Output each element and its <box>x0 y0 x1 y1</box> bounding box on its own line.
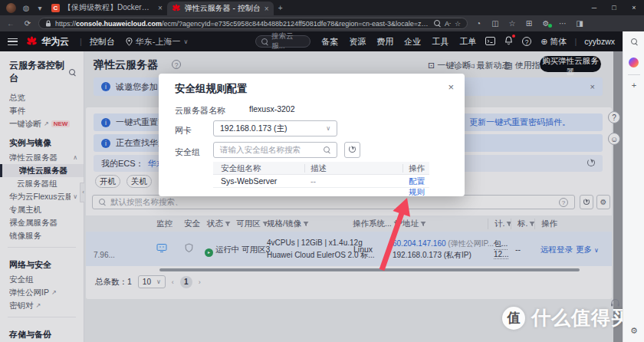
new-tab-button[interactable]: + <box>274 4 288 12</box>
column-divider <box>304 164 305 173</box>
search-in-page-icon[interactable] <box>434 20 441 27</box>
browser-profile-avatar[interactable] <box>6 3 16 13</box>
help-icon[interactable]: ? <box>522 37 531 46</box>
back-icon[interactable]: ← <box>5 19 17 28</box>
notification-badge <box>512 35 515 38</box>
menu-tools[interactable]: 工具 <box>432 36 449 48</box>
extension-badge <box>548 24 552 28</box>
language-selector[interactable]: ⊕ 简体 <box>540 36 567 48</box>
menu-enterprise[interactable]: 企业 <box>404 36 421 48</box>
tab1-favicon: C <box>51 4 60 12</box>
tab1-close-icon[interactable]: × <box>158 4 163 12</box>
more-menu-icon[interactable]: ⋯ <box>557 19 569 28</box>
watermark-text: 什么值得买 <box>531 305 631 330</box>
tab2-close-icon[interactable]: × <box>264 5 269 13</box>
browser-tab-2[interactable]: 弹性云服务器 - 控制台 × <box>167 2 274 15</box>
notifications-bell-icon[interactable] <box>504 36 513 47</box>
tab2-title: 弹性云服务器 - 控制台 <box>185 3 261 14</box>
region-label: 华东-上海一 <box>136 36 181 48</box>
close-button[interactable]: × <box>624 0 644 15</box>
sidebar-search-icon[interactable] <box>629 38 639 47</box>
search-icon <box>324 146 330 153</box>
browser-essentials-icon[interactable]: ◔ <box>472 19 485 28</box>
server-name-label: 云服务器名称 <box>175 105 225 117</box>
window-controls: ─ □ × <box>584 0 644 15</box>
tab-actions-icon[interactable]: ▾ <box>33 4 47 12</box>
username[interactable]: cyybzwx <box>584 37 615 46</box>
security-group-dialog: 安全组规则配置 × 云服务器名称 flexusx-3202 网卡 192.168… <box>159 74 465 196</box>
sg-table-row: Sys-WebServer -- 配置规则 <box>213 175 429 188</box>
sg-search-placeholder: 请输入安全组名称搜索 <box>220 145 301 156</box>
smzdm-logo: 值 <box>502 307 525 330</box>
dialog-title: 安全组规则配置 <box>175 82 248 96</box>
collections-icon[interactable]: ⊞ <box>523 19 535 28</box>
minimize-button[interactable]: ─ <box>584 0 604 15</box>
watermark-smzdm: 值 什么值得买 <box>502 305 631 330</box>
browser-toolbar: ← ⟳ https://console.huaweicloud.com/ecm/… <box>0 15 644 31</box>
workspaces-icon[interactable]: ◍ <box>19 4 33 12</box>
maximize-button[interactable]: □ <box>604 0 624 15</box>
console-header: 华为云 | 控制台 华东-上海一 ∨ 搜索云服... 备案 资源 费用 企业 工… <box>0 31 623 51</box>
nic-label: 网卡 <box>175 125 192 136</box>
extensions-icon[interactable]: ⚙ <box>540 19 552 28</box>
server-name-value: flexusx-3202 <box>249 104 295 113</box>
sidebar-toggle-icon[interactable]: ◨ <box>573 19 586 28</box>
menu-billing[interactable]: 费用 <box>376 36 393 48</box>
edge-sidebar: + ⚙ <box>623 31 644 342</box>
sg-col-name: 安全组名称 <box>221 163 261 174</box>
menu-resources[interactable]: 资源 <box>349 36 366 48</box>
language-label: 简体 <box>550 37 567 46</box>
region-selector[interactable]: 华东-上海一 ∨ <box>126 36 189 48</box>
sg-refresh-button[interactable] <box>344 142 360 158</box>
brand-name[interactable]: 华为云 <box>41 35 69 48</box>
tab1-title: 【保姆级教程】Docker安装YesPla <box>64 2 154 13</box>
header-search-input[interactable]: 搜索云服... <box>255 35 310 48</box>
column-divider <box>402 164 403 173</box>
browser-tabstrip: ◍ ▾ C 【保姆级教程】Docker安装YesPla × 弹性云服务器 - 控… <box>0 0 644 15</box>
read-aloud-icon[interactable]: Aˬ <box>445 19 451 28</box>
chevron-down-icon: ∨ <box>184 38 189 45</box>
sg-name: Sys-WebServer <box>221 176 277 186</box>
chevron-down-icon: ∨ <box>326 125 330 132</box>
header-search-placeholder: 搜索云服... <box>271 31 304 51</box>
sidebar-settings-icon[interactable]: ⚙ <box>629 326 639 336</box>
dialog-close-icon[interactable]: × <box>448 81 454 93</box>
sg-desc: -- <box>310 176 316 186</box>
favorites-icon[interactable]: ☆ <box>506 19 518 28</box>
nic-value: 192.168.0.173 (主) <box>220 123 288 134</box>
site-info-lock-icon[interactable] <box>45 20 51 27</box>
sg-col-action: 操作 <box>409 163 425 174</box>
sg-label: 安全组 <box>175 146 200 158</box>
copilot-icon[interactable] <box>629 58 639 67</box>
hamburger-menu-icon[interactable] <box>8 38 18 45</box>
annotation-arrow <box>353 188 437 280</box>
header-divider: | <box>80 37 82 46</box>
favorite-star-icon[interactable]: ☆ <box>455 20 461 28</box>
address-bar[interactable]: https://console.huaweicloud.com/ecm/?age… <box>38 18 468 29</box>
sg-table-header: 安全组名称 描述 操作 <box>213 162 429 175</box>
huawei-favicon <box>172 4 181 13</box>
add-sidebar-item-icon[interactable]: + <box>629 81 639 90</box>
menu-tickets[interactable]: 工单 <box>459 36 476 48</box>
sg-col-desc: 描述 <box>310 163 327 174</box>
search-icon <box>261 38 268 45</box>
header-divider2: | <box>574 37 577 46</box>
cli-console-icon[interactable] <box>485 37 495 47</box>
console-link[interactable]: 控制台 <box>90 36 115 48</box>
location-pin-icon <box>126 38 133 46</box>
browser-tab-1[interactable]: C 【保姆级教程】Docker安装YesPla × <box>47 0 167 15</box>
url-text: https://console.huaweicloud.com/ecm/?age… <box>55 20 430 28</box>
screen: ◍ ▾ C 【保姆级教程】Docker安装YesPla × 弹性云服务器 - 控… <box>0 0 644 342</box>
sg-search-input[interactable]: 请输入安全组名称搜索 <box>213 142 337 158</box>
reload-icon[interactable]: ⟳ <box>21 19 34 28</box>
sidebar-divider <box>628 74 640 75</box>
split-screen-icon[interactable]: ◫ <box>489 19 501 28</box>
menu-beian[interactable]: 备案 <box>321 36 338 48</box>
nic-select[interactable]: 192.168.0.173 (主) ∨ <box>213 120 337 136</box>
huawei-logo <box>25 36 38 48</box>
